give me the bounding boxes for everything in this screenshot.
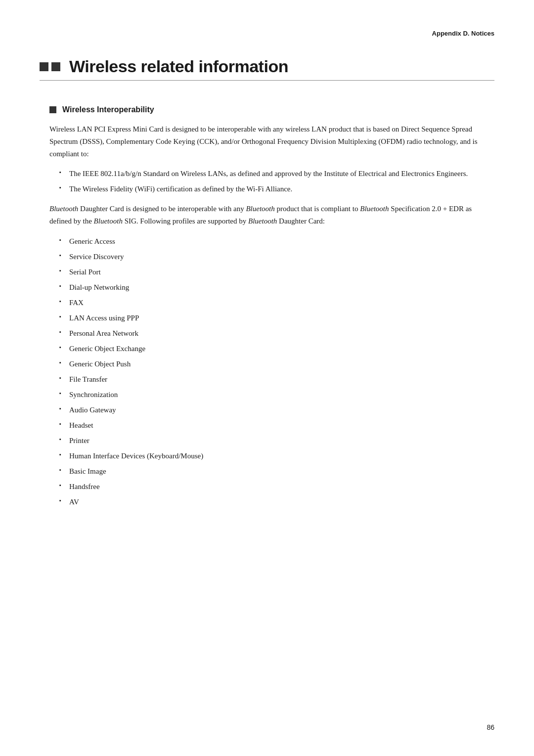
list-item: Handsfree — [59, 481, 485, 492]
list-item: Printer — [59, 435, 485, 446]
list-item: The IEEE 802.11a/b/g/n Standard on Wirel… — [59, 168, 485, 179]
list-item: Dial-up Networking — [59, 281, 485, 293]
paragraph2-text-8: SIG. Following profiles are supported by — [123, 217, 248, 225]
page-number: 86 — [487, 723, 494, 731]
list-item: File Transfer — [59, 373, 485, 385]
list-item: Generic Object Push — [59, 358, 485, 370]
bluetooth-italic-2: Bluetooth — [246, 205, 274, 213]
appendix-label: Appendix D. Notices — [432, 30, 494, 37]
paragraph-2: Bluetooth Daughter Card is designed to b… — [49, 203, 485, 227]
profiles-list: Generic AccessService DiscoverySerial Po… — [59, 235, 485, 508]
paragraph2-text-2: Daughter Card is designed to be interope… — [78, 205, 246, 213]
page-container: Appendix D. Notices Wireless related inf… — [0, 0, 534, 756]
bluetooth-italic-4: Bluetooth — [94, 217, 123, 225]
list-item: FAX — [59, 297, 485, 309]
section-heading-area: Wireless Interoperability — [49, 105, 494, 114]
paragraph2-text-4: product that is compliant to — [275, 205, 360, 213]
section-heading: Wireless Interoperability — [62, 105, 154, 114]
list-item: LAN Access using PPP — [59, 312, 485, 324]
bluetooth-italic-5: Bluetooth — [248, 217, 277, 225]
chapter-title-area: Wireless related information — [40, 57, 494, 81]
list-item: Synchronization — [59, 389, 485, 400]
list-item: Basic Image — [59, 465, 485, 477]
list-item: Serial Port — [59, 266, 485, 278]
section-icon — [49, 106, 56, 113]
list-item: The Wireless Fidelity (WiFi) certificati… — [59, 183, 485, 195]
chapter-title: Wireless related information — [69, 57, 288, 76]
chapter-icon-2 — [51, 62, 60, 71]
paragraph-1: Wireless LAN PCI Express Mini Card is de… — [49, 123, 485, 160]
list-item: Personal Area Network — [59, 327, 485, 339]
list-item: Service Discovery — [59, 251, 485, 263]
list-item: AV — [59, 496, 485, 508]
chapter-icons — [40, 62, 60, 71]
list-item: Generic Access — [59, 235, 485, 247]
chapter-icon-1 — [40, 62, 48, 71]
bluetooth-italic-3: Bluetooth — [360, 205, 389, 213]
list-item: Generic Object Exchange — [59, 343, 485, 355]
list-item: Human Interface Devices (Keyboard/Mouse) — [59, 450, 485, 462]
bullet-list-1: The IEEE 802.11a/b/g/n Standard on Wirel… — [59, 168, 485, 195]
list-item: Headset — [59, 419, 485, 431]
list-item: Audio Gateway — [59, 404, 485, 416]
paragraph2-text-10: Daughter Card: — [277, 217, 325, 225]
bluetooth-italic-1: Bluetooth — [49, 205, 78, 213]
page-header: Appendix D. Notices — [40, 30, 494, 37]
